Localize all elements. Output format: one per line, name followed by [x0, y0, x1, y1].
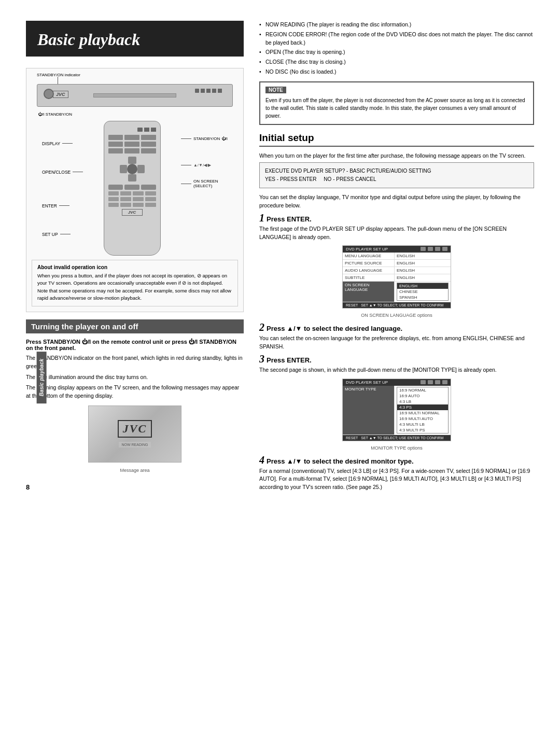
step-3-number: 3	[259, 354, 264, 364]
remote-grid-btn-9[interactable]	[108, 203, 119, 207]
remote-bottom-btn-2[interactable]	[124, 185, 139, 190]
stop-icon	[201, 89, 205, 93]
remote-btn-7[interactable]	[108, 148, 123, 153]
turning-para3: The opening display appears on the TV sc…	[26, 384, 244, 400]
monitor-43multi-ps[interactable]: 4:3 MULTI PS	[397, 427, 448, 433]
note-label: NOTE	[265, 87, 286, 93]
player-jvc-logo: JVC	[53, 91, 68, 98]
main-layout: Basic playback STANDBY/ON indicator	[26, 21, 534, 734]
nav-right-btn[interactable]	[137, 165, 145, 173]
screen-icon-1	[421, 247, 426, 251]
standby-on-right-label: STANDBY/ON ⏻/I	[193, 136, 228, 141]
monitor-43lb[interactable]: 4:3 LB	[397, 399, 448, 404]
openclose-line	[73, 172, 83, 172]
remote-btn-2[interactable]	[124, 135, 139, 140]
pic-source-value: ENGLISH	[395, 260, 451, 267]
initial-setup-heading: Initial setup	[259, 132, 534, 147]
remote-btn-4[interactable]	[108, 142, 123, 147]
step-1-number: 1	[259, 213, 264, 223]
monitor-169auto[interactable]: 16:9 AUTO	[397, 393, 448, 399]
remote-bottom-btn-1[interactable]	[108, 185, 123, 190]
message-area-label: Message area	[26, 468, 244, 473]
remote-grid-btn-5[interactable]	[108, 197, 119, 201]
menu-lang-value: ENGLISH	[395, 253, 451, 259]
monitor-footer: RESET SET ▲▼ TO SELECT; USE ENTER TO CON…	[343, 435, 451, 441]
remote-grid-btn-7[interactable]	[133, 197, 144, 201]
monitor-169multi-normal[interactable]: 16:9 MULTI NORMAL	[397, 410, 448, 416]
monitor-dropdown[interactable]: 16:9 NORMAL 16:9 AUTO 4:3 LB 4:3 PS 16:9…	[397, 387, 449, 434]
label-display: DISPLAY	[42, 141, 83, 146]
remote-grid-btn-8[interactable]	[145, 197, 156, 201]
screen-icon-3	[435, 247, 440, 251]
page-number: 8	[26, 483, 244, 491]
turning-para2: The blue illumination around the disc tr…	[26, 373, 244, 382]
on-screen-label: ON SCREEN(SELECT)	[193, 179, 218, 188]
screen-footer-hint: SET ▲▼ TO SELECT; USE ENTER TO CONFIRM	[361, 303, 443, 307]
language-dropdown[interactable]: ENGLISH CHINESE SPANISH	[397, 283, 449, 301]
right-column: NOW READING (The player is reading the d…	[259, 21, 534, 734]
label-nav-arrows: ▲/▼/◀/▶	[181, 163, 228, 167]
lang-english[interactable]: ENGLISH	[397, 283, 448, 289]
left-column: Basic playback STANDBY/ON indicator	[26, 21, 244, 734]
step-1-heading: 1 Press ENTER.	[259, 213, 534, 223]
step-3-body: The second page is shown, in which the p…	[259, 366, 534, 374]
monitor-169normal[interactable]: 16:9 NORMAL	[397, 387, 448, 393]
bullet-1: NOW READING (The player is reading the d…	[259, 21, 534, 29]
turning-section-title: Turning the player on and off	[26, 319, 244, 333]
step-2-body: You can select the on-screen language fo…	[259, 334, 534, 351]
remote-grid-btn-4[interactable]	[145, 191, 156, 195]
note-box: NOTE Even if you turn off the player, th…	[259, 81, 534, 125]
step-2-number: 2	[259, 322, 264, 332]
nav-up-btn[interactable]	[128, 157, 136, 164]
nav-left-btn[interactable]	[120, 165, 127, 173]
on-screen-screen: DVD PLAYER SET UP MENU LANGUAGE ENGLISH …	[342, 245, 451, 309]
remote-grid-btn-2[interactable]	[120, 191, 131, 195]
remote-eject-btn[interactable]	[137, 128, 143, 132]
enter-label: ENTER	[42, 203, 57, 208]
remote-btn-5[interactable]	[124, 142, 139, 147]
remote-grid-btn-12[interactable]	[145, 203, 156, 207]
lang-chinese[interactable]: CHINESE	[397, 289, 448, 295]
remote-grid-btn-10[interactable]	[120, 203, 131, 207]
remote-grid-btn-3[interactable]	[133, 191, 144, 195]
nav-center-btn[interactable]	[127, 164, 137, 174]
screen-icon-4	[442, 247, 447, 251]
openclose-label: OPEN/CLOSE	[42, 170, 71, 175]
remote-bottom-btn-3[interactable]	[141, 185, 156, 190]
monitor-43multi-lb[interactable]: 4:3 MULTI LB	[397, 422, 448, 427]
remote-grid-btn-6[interactable]	[120, 197, 131, 201]
setup-line	[60, 234, 71, 234]
enter-line	[59, 205, 69, 206]
monitor-type-value: 16:9 NORMAL 16:9 AUTO 4:3 LB 4:3 PS 16:9…	[395, 386, 451, 435]
nav-down-btn[interactable]	[128, 174, 136, 181]
remote-grid-btn-1[interactable]	[108, 191, 119, 195]
subtitle-label: SUBTITLE	[343, 274, 395, 281]
lang-spanish[interactable]: SPANISH	[397, 295, 448, 300]
remote-btn-8[interactable]	[124, 148, 139, 153]
remote-btn-6[interactable]	[141, 142, 156, 147]
on-screen-line	[181, 184, 191, 184]
player-buttons	[195, 89, 222, 93]
nav-arrows-label: ▲/▼/◀/▶	[193, 163, 212, 167]
nav-arrows-line	[181, 165, 191, 165]
step-2-heading: 2 Press ▲/▼ to select the desired langua…	[259, 322, 534, 332]
screen-icon-2	[428, 247, 433, 251]
monitor-type-row: MONITOR TYPE 16:9 NORMAL 16:9 AUTO 4:3 L…	[343, 386, 451, 435]
remote-btn-3[interactable]	[141, 135, 156, 140]
display-label: DISPLAY	[42, 141, 60, 146]
remote-btn-1[interactable]	[108, 135, 123, 140]
screen-title-row: DVD PLAYER SET UP	[343, 246, 451, 253]
remote-play-btn[interactable]	[151, 128, 156, 132]
remote-grid-btn-11[interactable]	[133, 203, 144, 207]
monitor-43ps[interactable]: 4:3 PS	[397, 404, 448, 410]
standby-on-label: ⏻/I STANDBY/ON	[38, 112, 238, 117]
bullet-5: NO DISC (No disc is loaded.)	[259, 68, 534, 76]
step-3-heading: 3 Press ENTER.	[259, 354, 534, 364]
monitor-169multi-auto[interactable]: 16:9 MULTI AUTO	[397, 416, 448, 422]
step-4-text: Press ▲/▼ to select the desired monitor …	[267, 457, 414, 465]
monitor-title: DVD PLAYER SET UP	[346, 380, 388, 385]
remote-btn-9[interactable]	[141, 148, 156, 153]
monitor-icon-1	[421, 380, 426, 384]
remote-stop-btn[interactable]	[144, 128, 149, 132]
step-1-body: The first page of the DVD PLAYER SET UP …	[259, 225, 534, 242]
